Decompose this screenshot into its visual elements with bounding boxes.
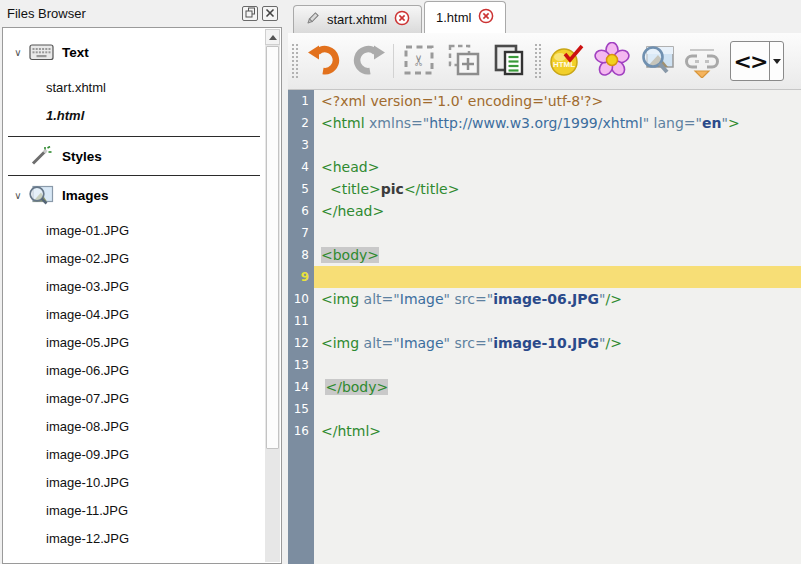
source-editor[interactable]: 1<?xml version='1.0' encoding='utf-8'?>2… — [288, 90, 801, 564]
file-item[interactable]: image-12.JPG — [3, 525, 265, 553]
panel-scrollbar[interactable] — [265, 29, 280, 562]
file-item[interactable]: 1.html — [3, 102, 265, 130]
code-token: src=" — [455, 335, 494, 351]
section-header-images[interactable]: ∨Images — [3, 179, 265, 211]
section-label: Styles — [62, 149, 102, 164]
copy-button[interactable] — [441, 38, 486, 84]
code-content[interactable]: </body> — [314, 376, 801, 398]
source-view-button-group: <> — [730, 41, 784, 81]
code-line[interactable]: 13 — [288, 354, 801, 376]
file-item[interactable]: image-02.JPG — [3, 245, 265, 273]
file-item[interactable]: image-09.JPG — [3, 441, 265, 469]
code-line[interactable]: 1<?xml version='1.0' encoding='utf-8'?> — [288, 90, 801, 112]
tab-1-html[interactable]: 1.html — [424, 1, 506, 33]
code-content[interactable] — [314, 134, 801, 156]
scrollbar-up-button[interactable] — [265, 29, 280, 45]
file-item[interactable]: image-04.JPG — [3, 301, 265, 329]
code-token: pic — [381, 181, 404, 197]
code-content[interactable]: <head> — [314, 156, 801, 178]
tab-label: 1.html — [436, 10, 471, 25]
undo-button[interactable] — [301, 38, 346, 84]
code-content[interactable] — [314, 354, 801, 376]
file-item[interactable]: image-07.JPG — [3, 385, 265, 413]
code-line[interactable]: 12<img alt="Image" src="image-10.JPG"/> — [288, 332, 801, 354]
file-item[interactable]: image-10.JPG — [3, 469, 265, 497]
code-line[interactable]: 2<html xmlns="http://www.w3.org/1999/xht… — [288, 112, 801, 134]
code-token: en — [702, 115, 721, 131]
flower-button[interactable] — [589, 38, 634, 84]
html-check-button[interactable]: HTML — [544, 38, 589, 84]
code-token: /> — [606, 335, 622, 351]
code-line[interactable]: 7 — [288, 222, 801, 244]
file-item[interactable]: image-03.JPG — [3, 273, 265, 301]
file-item[interactable]: image-08.JPG — [3, 413, 265, 441]
code-line[interactable]: 9 — [288, 266, 801, 288]
panel-body: ∨Textstart.xhtml1.htmlStyles∨Imagesimage… — [2, 27, 282, 564]
code-content[interactable]: </html> — [314, 420, 801, 442]
section-label: Images — [62, 188, 109, 203]
chevron-down-icon[interactable]: ∨ — [9, 47, 27, 58]
paste-button[interactable] — [486, 38, 531, 84]
code-token: <html — [321, 115, 365, 131]
code-content[interactable]: <body> — [314, 244, 801, 266]
section-header-text[interactable]: ∨Text — [3, 36, 265, 68]
file-item[interactable]: image-05.JPG — [3, 329, 265, 357]
code-token: src=" — [455, 291, 494, 307]
code-content[interactable]: <img alt="Image" src="image-10.JPG"/> — [314, 332, 801, 354]
code-line[interactable]: 15 — [288, 398, 801, 420]
links-button[interactable] — [679, 38, 724, 84]
close-circle-icon[interactable] — [478, 8, 494, 27]
code-content[interactable]: <html xmlns="http://www.w3.org/1999/xhtm… — [314, 112, 801, 134]
line-number: 5 — [288, 178, 314, 200]
code-line[interactable]: 14 </body> — [288, 376, 801, 398]
chevron-down-icon[interactable]: ∨ — [9, 190, 27, 201]
code-token: alt=" — [364, 335, 400, 351]
code-content[interactable]: <?xml version='1.0' encoding='utf-8'?> — [314, 90, 801, 112]
cut-icon: ✂ — [402, 43, 436, 80]
code-content[interactable]: </head> — [314, 200, 801, 222]
float-panel-button[interactable] — [242, 6, 258, 21]
code-content[interactable] — [314, 398, 801, 420]
code-content[interactable] — [314, 266, 801, 288]
code-content[interactable]: <title>pic</title> — [314, 178, 801, 200]
tab-start-xhtml[interactable]: start.xhtml — [293, 5, 422, 33]
redo-button[interactable] — [346, 38, 391, 84]
close-panel-button[interactable] — [262, 6, 278, 21]
code-line[interactable]: 3 — [288, 134, 801, 156]
code-line[interactable]: 6</head> — [288, 200, 801, 222]
file-item[interactable]: image-06.JPG — [3, 357, 265, 385]
source-view-button[interactable]: <> — [731, 42, 769, 80]
file-item[interactable]: image-11.JPG — [3, 497, 265, 525]
code-line[interactable]: 11 — [288, 310, 801, 332]
section-header-styles[interactable]: Styles — [3, 140, 265, 172]
code-content[interactable]: <img alt="Image" src="image-06.JPG"/> — [314, 288, 801, 310]
scrollbar-thumb[interactable] — [266, 46, 279, 449]
code-content[interactable] — [314, 222, 801, 244]
code-content[interactable] — [314, 310, 801, 332]
close-circle-icon[interactable] — [394, 10, 410, 29]
code-line[interactable]: 8<body> — [288, 244, 801, 266]
file-item[interactable]: image-01.JPG — [3, 217, 265, 245]
section-divider — [8, 175, 260, 176]
code-line[interactable]: 4<head> — [288, 156, 801, 178]
file-item[interactable]: start.xhtml — [3, 74, 265, 102]
copy-icon — [447, 43, 481, 80]
redo-icon — [351, 45, 387, 78]
code-token: image-10.JPG — [493, 335, 599, 351]
toolbar-grip[interactable] — [534, 43, 541, 79]
code-token: image-06.JPG — [493, 291, 599, 307]
code-line[interactable]: 5 <title>pic</title> — [288, 178, 801, 200]
source-view-dropdown[interactable] — [769, 42, 783, 80]
line-number: 1 — [288, 90, 314, 112]
code-brackets-icon: <> — [734, 49, 767, 74]
code-line[interactable]: 16</html> — [288, 420, 801, 442]
html-badge-icon: HTML — [549, 43, 585, 80]
line-number: 7 — [288, 222, 314, 244]
float-icon — [245, 6, 256, 21]
code-line[interactable]: 10<img alt="Image" src="image-06.JPG"/> — [288, 288, 801, 310]
image-preview-button[interactable] — [634, 38, 679, 84]
file-list: start.xhtml1.html — [3, 74, 265, 130]
code-token: </title> — [404, 181, 460, 197]
cut-button[interactable]: ✂ — [396, 38, 441, 84]
toolbar-grip[interactable] — [291, 43, 298, 79]
